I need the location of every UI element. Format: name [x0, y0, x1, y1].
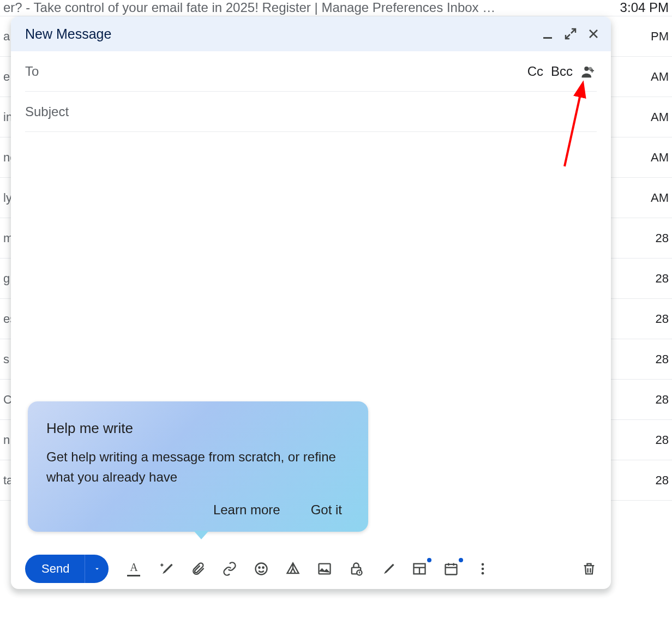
more-options-icon[interactable]	[475, 561, 490, 576]
drive-icon[interactable]	[285, 561, 301, 576]
help-me-write-icon[interactable]	[159, 561, 174, 576]
to-field-row: To Cc Bcc	[25, 51, 597, 92]
svg-point-4	[259, 567, 260, 568]
email-preview-text: er? - Take control of your email fate in…	[3, 0, 495, 15]
cc-button[interactable]: Cc	[527, 64, 543, 79]
image-icon[interactable]	[317, 561, 332, 576]
attach-icon[interactable]	[190, 561, 206, 576]
got-it-button[interactable]: Got it	[311, 502, 342, 518]
emoji-icon[interactable]	[254, 561, 269, 576]
fullscreen-icon[interactable]	[564, 27, 577, 40]
discard-icon[interactable]	[581, 561, 597, 576]
email-time: 3:04 PM	[620, 0, 669, 15]
svg-point-3	[256, 563, 267, 575]
compose-header: New Message	[11, 16, 611, 51]
confidential-icon[interactable]	[349, 561, 364, 576]
promo-title: Help me write	[46, 420, 350, 437]
svg-rect-12	[446, 564, 457, 575]
layout-icon[interactable]	[412, 561, 427, 576]
svg-point-16	[482, 563, 484, 566]
compose-title: New Message	[25, 26, 111, 42]
compose-window: New Message To Cc Bcc Send	[11, 16, 611, 589]
svg-point-5	[263, 567, 264, 568]
promo-text: Get help writing a message from scratch,…	[46, 447, 350, 487]
calendar-icon[interactable]	[443, 561, 459, 576]
signature-icon[interactable]	[380, 561, 395, 576]
to-label: To	[25, 64, 39, 79]
svg-point-18	[482, 572, 484, 575]
svg-rect-0	[543, 37, 552, 39]
to-input[interactable]	[46, 64, 527, 79]
add-contacts-icon[interactable]	[580, 63, 597, 80]
learn-more-button[interactable]: Learn more	[213, 502, 280, 518]
bcc-button[interactable]: Bcc	[551, 64, 573, 79]
help-me-write-promo: Help me write Get help writing a message…	[28, 401, 368, 532]
send-button[interactable]: Send	[25, 555, 85, 583]
link-icon[interactable]	[222, 561, 237, 576]
subject-input[interactable]	[25, 104, 597, 119]
svg-point-2	[589, 67, 592, 70]
send-more-button[interactable]	[85, 555, 109, 583]
svg-point-17	[482, 568, 484, 570]
subject-field-row	[25, 92, 597, 132]
close-icon[interactable]	[587, 27, 600, 40]
svg-point-1	[584, 67, 589, 71]
compose-toolbar: Send A	[11, 549, 611, 589]
minimize-icon[interactable]	[541, 27, 554, 40]
inbox-row: er? - Take control of your email fate in…	[0, 0, 672, 16]
formatting-icon[interactable]: A	[127, 561, 142, 576]
